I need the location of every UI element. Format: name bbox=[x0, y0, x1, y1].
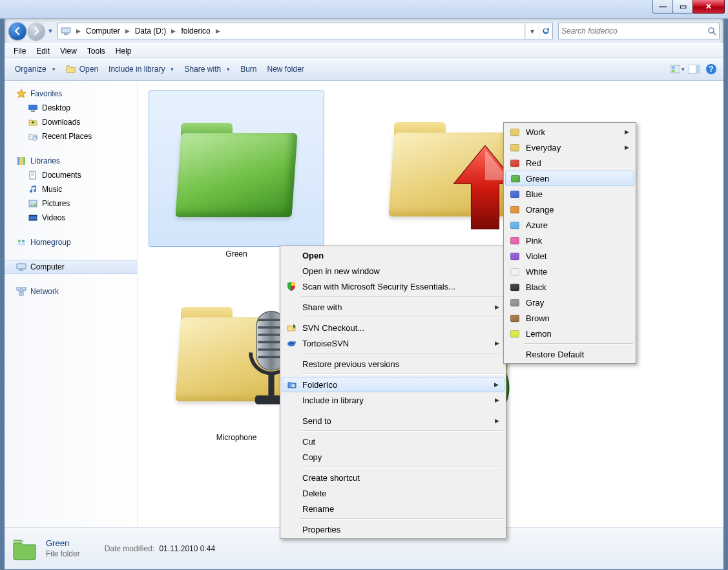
breadcrumb-root[interactable] bbox=[58, 23, 74, 39]
help-button[interactable]: ? bbox=[704, 62, 718, 76]
svg-rect-8 bbox=[696, 65, 700, 74]
context-item[interactable]: Create shortcut bbox=[282, 470, 504, 485]
folder-icon bbox=[172, 114, 301, 224]
folder-swatch-icon bbox=[509, 142, 521, 153]
submenu-item[interactable]: Green bbox=[505, 171, 634, 186]
sidebar-homegroup[interactable]: Homegroup bbox=[5, 235, 137, 249]
submenu-item[interactable]: Pink bbox=[505, 233, 634, 248]
context-item[interactable]: Open bbox=[282, 248, 504, 263]
organize-button[interactable]: Organize bbox=[10, 62, 61, 76]
context-item[interactable]: Properties bbox=[282, 522, 504, 537]
submenu-item[interactable]: Lemon bbox=[505, 326, 634, 341]
submenu-item[interactable]: Gray bbox=[505, 295, 634, 310]
details-name: Green bbox=[46, 538, 80, 549]
breadcrumb-seg[interactable]: Data (D:) bbox=[132, 23, 169, 39]
menu-help[interactable]: Help bbox=[110, 45, 137, 57]
sidebar-network[interactable]: Network bbox=[5, 284, 137, 299]
close-button[interactable]: ✕ bbox=[692, 0, 725, 14]
context-item[interactable]: Restore previous versions bbox=[282, 356, 504, 372]
refresh-button[interactable] bbox=[539, 23, 552, 39]
svg-rect-29 bbox=[19, 269, 23, 271]
context-item[interactable]: Rename bbox=[282, 501, 504, 516]
refresh-icon bbox=[541, 26, 550, 36]
maximize-button[interactable]: ▭ bbox=[672, 0, 693, 14]
chevron-right-icon[interactable]: ▶ bbox=[74, 28, 83, 34]
new-folder-button[interactable]: New folder bbox=[262, 62, 309, 76]
svg-rect-14 bbox=[17, 157, 20, 165]
sidebar-item-documents[interactable]: Documents bbox=[5, 168, 137, 182]
documents-icon bbox=[28, 170, 38, 180]
submenu-item[interactable]: Red bbox=[505, 155, 634, 171]
menu-tools[interactable]: Tools bbox=[82, 45, 110, 57]
context-item[interactable]: Copy bbox=[282, 449, 504, 465]
breadcrumb-seg[interactable]: Computer bbox=[83, 23, 123, 39]
search-icon bbox=[707, 26, 716, 36]
details-type: File folder bbox=[46, 549, 80, 560]
menu-view[interactable]: View bbox=[55, 45, 82, 57]
submenu-item[interactable]: Black bbox=[505, 279, 634, 295]
context-item[interactable]: ICOFolderIco bbox=[282, 377, 504, 392]
sidebar-favorites[interactable]: Favorites bbox=[5, 87, 137, 101]
submenu-item[interactable]: Everyday bbox=[505, 140, 634, 155]
sidebar-libraries[interactable]: Libraries bbox=[5, 154, 137, 168]
context-item[interactable]: Scan with Microsoft Security Essentials.… bbox=[282, 279, 504, 294]
context-item[interactable]: Share with bbox=[282, 299, 504, 315]
include-library-button[interactable]: Include in library bbox=[103, 62, 179, 76]
submenu-item[interactable]: Orange bbox=[505, 202, 634, 217]
svg-rect-30 bbox=[17, 288, 21, 290]
open-button[interactable]: Open bbox=[61, 61, 103, 77]
folder-item[interactable]: Green bbox=[149, 90, 324, 259]
folder-swatch-icon bbox=[509, 188, 521, 200]
menu-file[interactable]: File bbox=[8, 45, 31, 57]
address-bar[interactable]: ▶ Computer ▶ Data (D:) ▶ folderico ▶ ▼ bbox=[57, 23, 553, 39]
context-item[interactable]: TortoiseSVN bbox=[282, 335, 504, 351]
menu-edit[interactable]: Edit bbox=[31, 45, 55, 57]
context-menu: OpenOpen in new windowScan with Microsof… bbox=[280, 246, 506, 539]
context-item[interactable]: SVN Checkout... bbox=[282, 320, 504, 335]
folder-swatch-icon bbox=[510, 173, 521, 184]
submenu-item[interactable]: Work bbox=[505, 124, 634, 140]
network-icon bbox=[16, 286, 26, 297]
navbar: ▼ ▶ Computer ▶ Data (D:) ▶ folderico ▶ ▼ bbox=[5, 19, 723, 43]
context-item[interactable]: Open in new window bbox=[282, 263, 504, 279]
context-submenu: WorkEverydayRedGreenBlueOrangeAzurePinkV… bbox=[503, 122, 636, 364]
folder-swatch-icon bbox=[509, 235, 521, 246]
burn-button[interactable]: Burn bbox=[235, 62, 262, 76]
submenu-item[interactable]: Violet bbox=[505, 248, 634, 264]
breadcrumb-seg[interactable]: folderico bbox=[178, 23, 213, 39]
forward-button[interactable] bbox=[27, 22, 45, 40]
submenu-item[interactable]: Blue bbox=[505, 186, 634, 202]
sidebar-computer[interactable]: Computer bbox=[5, 260, 137, 274]
nav-history-dropdown[interactable]: ▼ bbox=[46, 25, 55, 37]
sidebar-item-videos[interactable]: Videos bbox=[5, 211, 137, 225]
back-button[interactable] bbox=[8, 22, 26, 40]
chevron-right-icon[interactable]: ▶ bbox=[213, 28, 223, 34]
address-dropdown[interactable]: ▼ bbox=[525, 23, 539, 39]
svg-rect-28 bbox=[17, 264, 26, 269]
context-item[interactable]: Include in library bbox=[282, 392, 504, 408]
minimize-button[interactable]: — bbox=[652, 0, 673, 14]
sidebar-item-music[interactable]: Music bbox=[5, 182, 137, 196]
context-item[interactable]: Cut bbox=[282, 434, 504, 449]
star-icon bbox=[16, 89, 26, 99]
svg-rect-40 bbox=[268, 374, 274, 396]
sidebar-item-desktop[interactable]: Desktop bbox=[5, 101, 137, 115]
view-options-button[interactable]: ▾ bbox=[671, 62, 685, 76]
chevron-right-icon[interactable]: ▶ bbox=[169, 28, 178, 34]
preview-pane-button[interactable] bbox=[687, 62, 702, 76]
share-with-button[interactable]: Share with bbox=[179, 62, 235, 76]
desktop-icon bbox=[28, 103, 38, 113]
context-item[interactable]: Send to bbox=[282, 413, 504, 428]
downloads-icon bbox=[28, 117, 38, 127]
sidebar-item-pictures[interactable]: Pictures bbox=[5, 196, 137, 211]
sidebar-item-downloads[interactable]: Downloads bbox=[5, 115, 137, 129]
sidebar-item-recent[interactable]: Recent Places bbox=[5, 129, 137, 143]
submenu-item[interactable]: Brown bbox=[505, 310, 634, 326]
chevron-right-icon[interactable]: ▶ bbox=[123, 28, 132, 34]
submenu-item[interactable]: Azure bbox=[505, 217, 634, 233]
file-pane[interactable]: Green Im bbox=[138, 81, 723, 547]
submenu-item[interactable]: Restore Default bbox=[505, 346, 634, 362]
context-item[interactable]: Delete bbox=[282, 485, 504, 501]
search-input[interactable]: Search folderico bbox=[558, 23, 720, 39]
submenu-item[interactable]: White bbox=[505, 264, 634, 279]
